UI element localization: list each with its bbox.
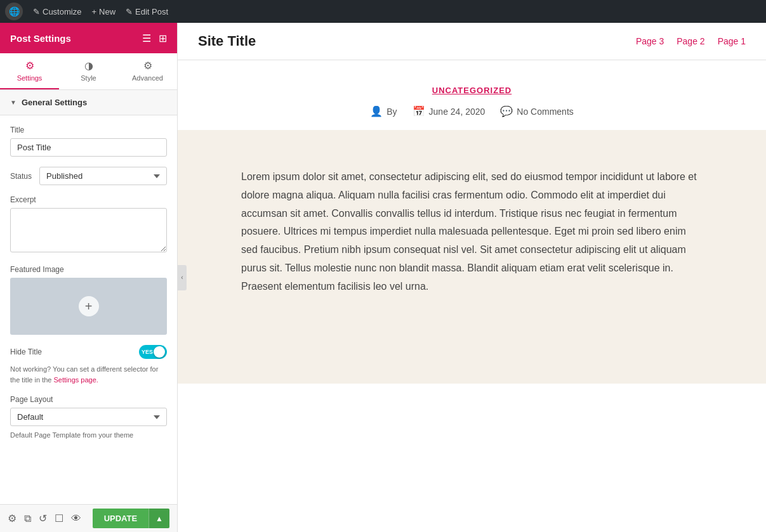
meta-comments: 💬 No Comments (500, 105, 573, 117)
preview-post-meta: 👤 By 📅 June 24, 2020 💬 No Comments (190, 105, 753, 117)
preview-site-header: Site Title Page 3 Page 2 Page 1 (178, 23, 766, 60)
customize-button[interactable]: ✎ Customize (33, 7, 81, 16)
preview-nav: Page 3 Page 2 Page 1 (636, 36, 746, 46)
sidebar-title: Post Settings (10, 33, 71, 44)
device-icon[interactable]: ☐ (55, 512, 63, 524)
globe-icon[interactable]: 🌐 (5, 3, 23, 20)
comment-icon: 💬 (500, 105, 513, 117)
excerpt-label: Excerpt (10, 195, 167, 204)
layers-icon[interactable]: ⧉ (24, 513, 31, 524)
by-label: By (386, 107, 397, 117)
tab-advanced[interactable]: ⚙ Advanced (118, 53, 177, 89)
tab-settings[interactable]: ⚙ Settings (0, 53, 59, 89)
preview-site-title: Site Title (198, 33, 256, 49)
page-layout-select[interactable]: Default Full Width Left Sidebar Right Si… (10, 408, 167, 426)
collapse-sidebar-button[interactable]: ‹ (178, 265, 187, 290)
main-layout: Post Settings ☰ ⊞ ⚙ Settings ◑ Style ⚙ A… (0, 23, 766, 532)
advanced-tab-icon: ⚙ (143, 60, 152, 72)
meta-date: 📅 June 24, 2020 (413, 105, 485, 117)
sidebar-content: ▼ General Settings Title Status Publishe… (0, 90, 177, 504)
preview-category[interactable]: UNCATEGORIZED (190, 86, 753, 95)
sidebar-header: Post Settings ☰ ⊞ (0, 23, 177, 53)
title-label: Title (10, 126, 167, 134)
post-date: June 24, 2020 (429, 107, 485, 117)
preview-content-area: Lorem ipsum dolor sit amet, consectetur … (178, 130, 766, 384)
advanced-tab-label: Advanced (132, 74, 163, 82)
edit-post-label: Edit Post (135, 7, 168, 16)
customize-icon: ✎ (33, 7, 40, 16)
customize-label: Customize (43, 7, 81, 16)
edit-post-button[interactable]: ✎ Edit Post (126, 7, 168, 16)
page-layout-hint: Default Page Template from your theme (10, 430, 167, 441)
hide-title-label: Hide Title (10, 347, 42, 356)
excerpt-textarea[interactable] (10, 208, 167, 252)
new-label: New (99, 7, 116, 16)
author-icon: 👤 (370, 105, 383, 117)
collapse-arrow-icon: ▼ (10, 99, 17, 106)
title-input[interactable] (10, 138, 167, 157)
new-button[interactable]: + New (91, 7, 116, 16)
update-dropdown-button[interactable]: ▲ (149, 509, 169, 528)
tab-style[interactable]: ◑ Style (59, 53, 118, 89)
hide-title-row: Hide Title YES (10, 345, 167, 359)
status-group: Status Published Draft Pending Review (10, 167, 167, 185)
hint-text: Not working? You can set a different sel… (10, 364, 167, 385)
general-settings-header[interactable]: ▼ General Settings (0, 90, 177, 115)
sidebar-header-icons: ☰ ⊞ (142, 32, 167, 44)
title-group: Title (10, 126, 167, 157)
settings-page-link[interactable]: Settings page. (54, 376, 98, 384)
nav-page1[interactable]: Page 1 (718, 36, 746, 46)
history-icon[interactable]: ↺ (39, 512, 47, 524)
style-tab-label: Style (81, 74, 96, 82)
status-select[interactable]: Published Draft Pending Review (39, 167, 167, 185)
preview-body-text: Lorem ipsum dolor sit amet, consectetur … (241, 168, 703, 296)
featured-image-label: Featured Image (10, 265, 167, 274)
edit-icon: ✎ (126, 7, 133, 16)
eye-icon[interactable]: 👁 (71, 513, 81, 524)
settings-tab-icon: ⚙ (25, 60, 34, 72)
nav-page2[interactable]: Page 2 (677, 36, 704, 46)
sidebar-tabs: ⚙ Settings ◑ Style ⚙ Advanced (0, 53, 177, 90)
sidebar: Post Settings ☰ ⊞ ⚙ Settings ◑ Style ⚙ A… (0, 23, 178, 532)
page-layout-group: Page Layout Default Full Width Left Side… (10, 395, 167, 441)
general-settings-label: General Settings (22, 98, 87, 107)
grid-icon[interactable]: ⊞ (159, 32, 167, 44)
meta-author: 👤 By (370, 105, 397, 117)
update-btn-group: UPDATE ▲ (93, 509, 169, 528)
top-bar: 🌐 ✎ Customize + New ✎ Edit Post (0, 0, 766, 23)
excerpt-group: Excerpt (10, 195, 167, 255)
add-image-icon: + (79, 296, 99, 316)
settings-tab-label: Settings (17, 74, 43, 82)
update-button[interactable]: UPDATE (93, 509, 149, 528)
status-label: Status (10, 172, 32, 181)
featured-image-upload[interactable]: + (10, 278, 167, 335)
form-section: Title Status Published Draft Pending Rev… (0, 115, 177, 461)
hamburger-icon[interactable]: ☰ (142, 32, 151, 44)
hide-title-toggle[interactable]: YES (139, 345, 167, 359)
toggle-knob (154, 346, 165, 358)
new-icon: + (91, 7, 96, 16)
status-select-wrapper: Published Draft Pending Review (39, 167, 167, 185)
preview-panel: Site Title Page 3 Page 2 Page 1 UNCATEGO… (178, 23, 766, 532)
style-tab-icon: ◑ (84, 60, 93, 72)
comments-label: No Comments (517, 107, 573, 117)
featured-image-group: Featured Image + (10, 265, 167, 335)
gear-bottom-icon[interactable]: ⚙ (8, 512, 17, 524)
sidebar-bottom-bar: ⚙ ⧉ ↺ ☐ 👁 UPDATE ▲ (0, 504, 177, 532)
nav-page3[interactable]: Page 3 (636, 36, 664, 46)
preview-post-header: UNCATEGORIZED 👤 By 📅 June 24, 2020 💬 No … (178, 60, 766, 130)
page-layout-select-wrapper: Default Full Width Left Sidebar Right Si… (10, 408, 167, 426)
toggle-yes-label: YES (142, 349, 153, 355)
page-layout-label: Page Layout (10, 395, 167, 404)
calendar-icon: 📅 (413, 105, 425, 117)
